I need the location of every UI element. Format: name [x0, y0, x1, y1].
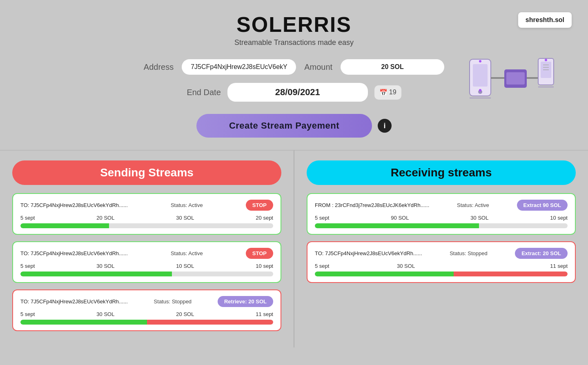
header: SOLERRIS Streamable Transactions made ea…: [0, 0, 588, 51]
sending-card-1-amounts: 5 sept 20 SOL 30 SOL 20 sept: [20, 215, 273, 221]
sending-card-1-progress: [20, 223, 273, 228]
sending-card-1-progress-green: [20, 223, 109, 228]
receiving-card-1-amounts: 5 sept 90 SOL 30 SOL 10 sept: [315, 215, 568, 221]
sending-card-2-amount-start: 30 SOL: [96, 263, 114, 269]
end-date-input[interactable]: [227, 83, 368, 102]
receiving-card-1-progress-green: [315, 223, 479, 228]
sending-card-2-progress: [20, 272, 273, 276]
bottom-panels: Sending Streams TO: 7J5CFp4NxjHrew2J8sEU…: [0, 150, 588, 347]
svg-point-15: [479, 60, 481, 62]
sending-card-3-address: TO: 7J5CFp4NxjHrew2J8sEUcV6ekYdRh......: [20, 298, 128, 305]
address-row: Address Amount: [144, 59, 444, 75]
receiving-card-2-header: TO: 7J5CFp4NxjHrew2J8sEUcV6ekYdRh...... …: [315, 248, 568, 259]
receiving-card-1-extract-btn[interactable]: Extract 90 SOL: [517, 200, 568, 211]
receiving-card-2-amount-start: 30 SOL: [397, 263, 415, 269]
sending-card-3-progress-green: [20, 320, 147, 325]
sending-card-1-start-date: 5 sept: [20, 215, 35, 221]
sending-card-3-amounts: 5 sept 30 SOL 20 SOL 11 sept: [20, 311, 273, 317]
form-area: Address Amount End Date 📅 19 Create Stre…: [0, 51, 588, 142]
receiving-card-1-end-date: 10 sept: [550, 215, 568, 221]
calendar-icon: 📅: [379, 89, 388, 96]
address-label: Address: [144, 62, 174, 72]
create-btn-row: Create Stream Payement i: [196, 114, 392, 138]
receiving-stream-card-1: FROM : 23rCFnd3j7rew2J8sEUcJK6ekYdRh....…: [307, 193, 576, 235]
sending-card-2-amount-mid: 10 SOL: [176, 263, 194, 269]
end-date-label: End Date: [187, 88, 220, 97]
receiving-streams-title: Receiving streams: [307, 160, 576, 185]
address-input[interactable]: [182, 59, 296, 75]
sending-card-2-header: TO: 7J5CFp4NxjHrew2J8sEUcV6ekYdRh...... …: [20, 248, 273, 259]
sending-card-2-end-date: 10 sept: [256, 263, 273, 269]
sending-card-3-amount-mid: 20 SOL: [176, 311, 194, 317]
receiving-card-1-progress: [315, 223, 568, 228]
sending-card-1-stop-btn[interactable]: STOP: [246, 200, 273, 211]
receiving-card-2-amounts: 5 sept 30 SOL 11 sept: [315, 263, 568, 269]
receiving-streams-panel: Receiving streams FROM : 23rCFnd3j7rew2J…: [294, 150, 588, 347]
svg-point-16: [545, 59, 547, 61]
sending-streams-panel: Sending Streams TO: 7J5CFp4NxjHrew2J8sEU…: [0, 150, 294, 347]
amount-label: Amount: [304, 62, 332, 72]
sending-card-2-start-date: 5 sept: [20, 263, 35, 269]
amount-input[interactable]: [341, 59, 444, 75]
receiving-card-2-end-date: 11 sept: [550, 263, 568, 269]
sending-card-2-address: TO: 7J5CFp4NxjHrew2J8sEUcV6ekYdRh......: [20, 250, 128, 256]
receiving-card-2-address: TO: 7J5CFp4NxjHrew2J8sEUcV6ekYdRh......: [315, 250, 422, 256]
receiving-card-2-status: Status: Stopped: [450, 250, 488, 256]
sending-card-3-progress: [20, 320, 273, 325]
sending-card-3-end-date: 11 sept: [256, 311, 273, 317]
sending-card-1-header: TO: 7J5CFp4NxjHrew2J8sEUcV6ekYdRh...... …: [20, 200, 273, 211]
svg-rect-7: [506, 72, 525, 85]
receiving-card-2-extract-btn[interactable]: Extract: 20 SOL: [515, 248, 568, 259]
receiving-card-1-header: FROM : 23rCFnd3j7rew2J8sEUcJK6ekYdRh....…: [315, 200, 568, 211]
sending-card-2-amounts: 5 sept 30 SOL 10 SOL 10 sept: [20, 263, 273, 269]
date-row: End Date 📅 19: [187, 83, 401, 102]
sending-stream-card-1: TO: 7J5CFp4NxjHrew2J8sEUcV6ekYdRh...... …: [12, 193, 281, 235]
receiving-card-1-amount-start: 90 SOL: [391, 215, 409, 221]
sending-card-1-amount-mid: 30 SOL: [176, 215, 194, 221]
create-stream-button[interactable]: Create Stream Payement: [196, 114, 372, 138]
calendar-button[interactable]: 📅 19: [374, 85, 401, 100]
sending-card-1-end-date: 20 sept: [256, 215, 273, 221]
app-subtitle: Streamable Transactions made easy: [8, 38, 580, 47]
sending-card-3-status: Status: Stopped: [154, 298, 192, 305]
sending-card-3-header: TO: 7J5CFp4NxjHrew2J8sEUcV6ekYdRh...... …: [20, 296, 273, 307]
sending-card-3-retrieve-btn[interactable]: Retrieve: 20 SOL: [218, 296, 273, 307]
svg-rect-1: [473, 64, 488, 87]
sending-stream-card-3: TO: 7J5CFp4NxjHrew2J8sEUcV6ekYdRh...... …: [12, 289, 281, 331]
svg-point-3: [479, 89, 481, 91]
sending-streams-title: Sending Streams: [12, 160, 281, 185]
receiving-card-2-progress: [315, 272, 568, 276]
sending-card-3-amount-start: 30 SOL: [96, 311, 114, 317]
sending-stream-card-2: TO: 7J5CFp4NxjHrew2J8sEUcV6ekYdRh...... …: [12, 241, 281, 283]
sending-card-1-status: Status: Active: [171, 202, 203, 208]
receiving-card-2-progress-green: [315, 272, 454, 276]
devices-illustration: [466, 51, 555, 125]
app-title: SOLERRIS: [8, 12, 580, 37]
sending-card-2-progress-green: [20, 272, 172, 276]
receiving-card-2-progress-red: [454, 272, 568, 276]
sending-card-3-start-date: 5 sept: [20, 311, 35, 317]
info-button[interactable]: i: [378, 119, 392, 133]
sending-card-1-address: TO: 7J5CFp4NxjHrew2J8sEUcV6ekYdRh......: [20, 202, 128, 208]
sending-card-1-amount-start: 20 SOL: [96, 215, 114, 221]
receiving-card-1-address: FROM : 23rCFnd3j7rew2J8sEUcJK6ekYdRh....…: [315, 202, 429, 208]
receiving-card-1-status: Status: Active: [457, 202, 489, 208]
sending-card-2-status: Status: Active: [171, 250, 203, 256]
wallet-badge[interactable]: shreshth.sol: [518, 12, 572, 28]
receiving-card-2-start-date: 5 sept: [315, 263, 329, 269]
sending-card-2-stop-btn[interactable]: STOP: [246, 248, 273, 259]
receiving-card-1-amount-mid: 30 SOL: [470, 215, 488, 221]
calendar-day: 19: [389, 89, 396, 96]
receiving-card-1-start-date: 5 sept: [315, 215, 329, 221]
sending-card-3-progress-red: [147, 320, 274, 325]
receiving-stream-card-2: TO: 7J5CFp4NxjHrew2J8sEUcV6ekYdRh...... …: [307, 241, 576, 283]
